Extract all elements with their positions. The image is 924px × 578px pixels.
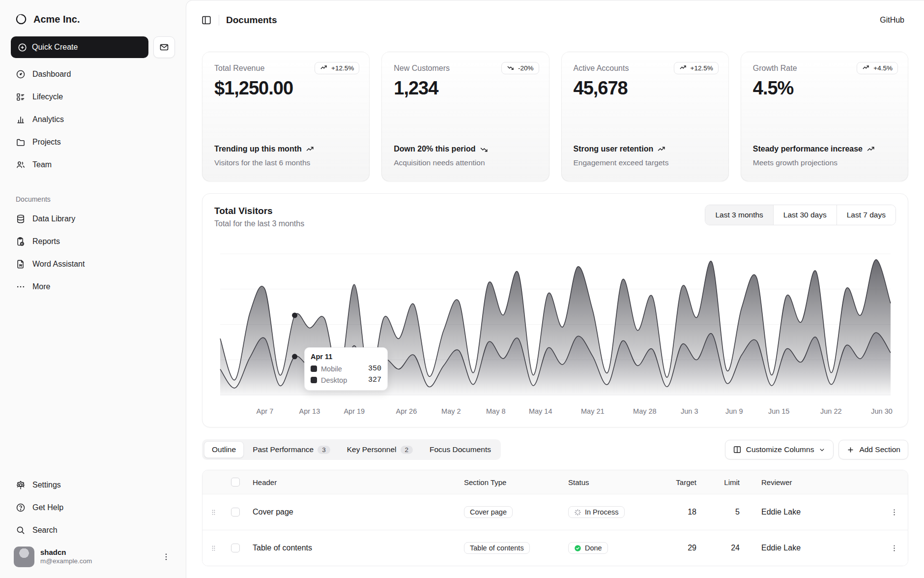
- quick-create-label: Quick Create: [32, 43, 78, 52]
- row-limit-cell[interactable]: 24: [708, 544, 751, 552]
- stat-footline: Steady performance increase: [753, 144, 863, 154]
- active-point-mobile: [292, 313, 297, 318]
- trend-badge-value: +12.5%: [691, 64, 713, 72]
- range-last-30-days[interactable]: Last 30 days: [773, 205, 837, 225]
- user-kebab-icon[interactable]: [160, 552, 172, 561]
- topbar: Documents GitHub: [186, 0, 924, 40]
- loader-icon: [574, 509, 581, 516]
- row-reviewer-cell[interactable]: Eddie Lake: [751, 544, 880, 552]
- sidebar-item-label: Team: [32, 160, 52, 169]
- tab-count-badge: 2: [401, 446, 413, 454]
- list-icon: [16, 92, 26, 102]
- sidebar-item-label: Dashboard: [32, 70, 71, 79]
- row-status-cell: Done: [561, 542, 663, 554]
- x-axis-tick: Apr 13: [299, 407, 320, 415]
- row-kebab-icon[interactable]: [880, 508, 908, 517]
- chart-plot-area[interactable]: Apr 7Apr 13Apr 19Apr 26May 2May 8May 14M…: [202, 250, 908, 420]
- page-title: Documents: [226, 15, 277, 26]
- check-circle-icon: [574, 545, 581, 552]
- sidebar-item-label: Data Library: [32, 214, 75, 223]
- row-checkbox[interactable]: [231, 508, 240, 517]
- select-all-checkbox[interactable]: [231, 478, 240, 487]
- x-axis-tick: Jun 3: [681, 407, 698, 415]
- trending-up-icon: [320, 64, 328, 72]
- trending-up-icon: [866, 145, 875, 153]
- sidebar-item-reports[interactable]: Reports: [10, 230, 176, 253]
- quick-create-button[interactable]: Quick Create: [11, 36, 148, 58]
- col-status: Status: [561, 478, 663, 487]
- sidebar-item-lifecycle[interactable]: Lifecycle: [10, 86, 176, 108]
- documents-section-label: Documents: [10, 191, 176, 208]
- tab-label: Key Personnel: [347, 445, 397, 454]
- range-last-3-months[interactable]: Last 3 months: [705, 205, 773, 225]
- add-section-button[interactable]: Add Section: [838, 440, 908, 459]
- ring-logo-icon: [15, 13, 28, 26]
- customize-columns-button[interactable]: Customize Columns: [725, 440, 834, 459]
- x-axis-tick: Apr 7: [257, 407, 274, 415]
- drag-handle-icon[interactable]: [202, 545, 224, 552]
- row-reviewer-cell[interactable]: Eddie Lake: [751, 508, 880, 517]
- folder-icon: [16, 137, 26, 147]
- sidebar-item-search[interactable]: Search: [10, 519, 176, 542]
- tab-focus-documents[interactable]: Focus Documents: [422, 441, 499, 458]
- drag-handle-icon[interactable]: [202, 509, 224, 516]
- sidebar-item-label: Settings: [32, 481, 61, 489]
- mail-button[interactable]: [153, 36, 175, 58]
- trending-down-icon: [507, 64, 515, 72]
- list-toolbar: Outline Past Performance3 Key Personnel2…: [202, 439, 908, 460]
- trending-up-icon: [679, 64, 688, 72]
- sidebar-item-label: Search: [32, 526, 58, 535]
- user-menu[interactable]: shadcn m@example.com: [10, 542, 176, 569]
- stat-footline: Strong user retention: [574, 144, 654, 154]
- sidebar-toggle-icon[interactable]: [201, 15, 212, 26]
- desktop-swatch-icon: [311, 377, 317, 383]
- sidebar-item-more[interactable]: More: [10, 275, 176, 298]
- row-checkbox[interactable]: [231, 544, 240, 552]
- tab-key-personnel[interactable]: Key Personnel2: [339, 441, 421, 458]
- tab-outline[interactable]: Outline: [204, 441, 244, 458]
- sidebar-item-projects[interactable]: Projects: [10, 131, 176, 153]
- tooltip-series-label: Mobile: [321, 365, 364, 373]
- help-circle-icon: [16, 503, 26, 513]
- sidebar-item-data-library[interactable]: Data Library: [10, 208, 176, 230]
- topbar-divider: [219, 15, 219, 26]
- documents-nav: Data Library Reports Word Assistant More: [10, 208, 176, 298]
- section-tabs: Outline Past Performance3 Key Personnel2…: [202, 439, 501, 460]
- bar-chart-icon: [16, 115, 26, 124]
- sidebar-item-dashboard[interactable]: Dashboard: [10, 63, 176, 86]
- sidebar-item-word-assistant[interactable]: Word Assistant: [10, 253, 176, 275]
- row-header-cell[interactable]: Table of contents: [246, 544, 450, 552]
- status-badge: Done: [568, 542, 608, 554]
- trending-up-icon: [657, 145, 665, 153]
- stat-footline: Trending up this month: [214, 144, 302, 154]
- sidebar-item-analytics[interactable]: Analytics: [10, 108, 176, 131]
- table-actions: Customize Columns Add Section: [725, 440, 908, 459]
- range-last-7-days[interactable]: Last 7 days: [837, 205, 895, 225]
- table-row[interactable]: Table of contents Table of contents Done…: [202, 530, 908, 566]
- sidebar-item-label: More: [32, 282, 50, 291]
- stat-card-new-customers: New Customers -20% 1,234 Down 20% this p…: [381, 52, 549, 182]
- trend-badge: +4.5%: [857, 62, 898, 74]
- github-link[interactable]: GitHub: [880, 16, 904, 25]
- sidebar-item-team[interactable]: Team: [10, 153, 176, 176]
- chart-tooltip: Apr 11 Mobile 350 Desktop 327: [304, 347, 388, 391]
- sidebar: Acme Inc. Quick Create Dashboard Lifecyc…: [0, 0, 186, 578]
- primary-nav: Dashboard Lifecycle Analytics Projects T…: [10, 63, 176, 176]
- row-target-cell[interactable]: 29: [663, 544, 708, 552]
- sidebar-item-label: Get Help: [32, 503, 63, 512]
- stat-value: 45,678: [574, 78, 717, 99]
- stat-footer: Strong user retention Engagement exceed …: [574, 144, 717, 167]
- plus-icon: [846, 446, 855, 454]
- row-header-cell[interactable]: Cover page: [246, 508, 450, 517]
- sidebar-item-settings[interactable]: Settings: [10, 474, 176, 496]
- brand[interactable]: Acme Inc.: [10, 9, 176, 30]
- table-row[interactable]: Cover page Cover page In Process 18 5 Ed…: [202, 494, 908, 530]
- tab-past-performance[interactable]: Past Performance3: [245, 441, 338, 458]
- col-limit: Limit: [708, 478, 751, 487]
- sidebar-item-get-help[interactable]: Get Help: [10, 496, 176, 519]
- row-target-cell[interactable]: 18: [663, 508, 708, 517]
- row-kebab-icon[interactable]: [880, 544, 908, 552]
- tooltip-row-desktop: Desktop 327: [311, 376, 381, 384]
- row-limit-cell[interactable]: 5: [708, 508, 751, 517]
- status-badge: In Process: [568, 506, 625, 518]
